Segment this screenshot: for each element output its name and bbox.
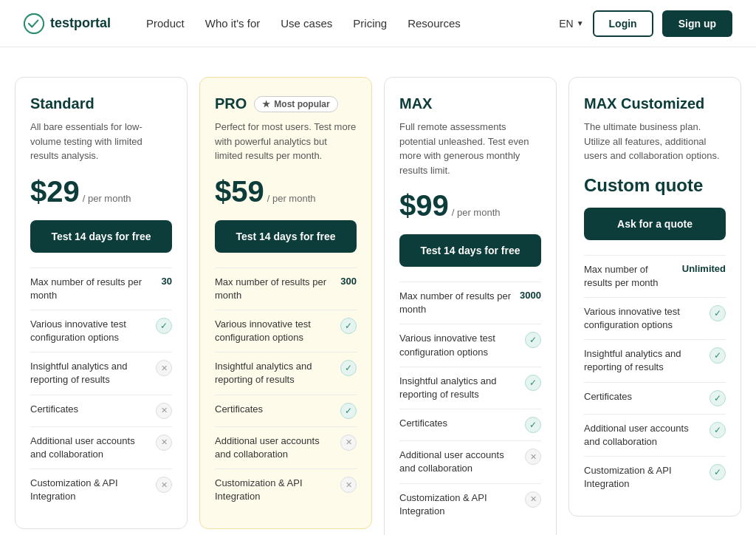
feature-label: Max number of results per month [584,263,676,290]
nav-who[interactable]: Who it's for [205,17,261,30]
plan-name-row-max-customized: MAX Customized [584,95,726,112]
login-button[interactable]: Login [593,10,653,37]
check-icon: ✓ [340,318,357,334]
check-icon: ✓ [525,332,541,348]
cross-icon: ✕ [156,477,172,493]
feature-row: Various innovative test configuration op… [215,310,357,352]
cross-icon: ✕ [156,360,172,376]
navbar: testportal Product Who it's for Use case… [0,0,756,47]
price-period-standard: / per month [83,193,131,204]
logo[interactable]: testportal [24,13,111,34]
plan-header-standard: StandardAll bare essentials for low-volu… [30,95,172,163]
feature-label: Insightful analytics and reporting of re… [215,360,334,386]
custom-quote-max-customized: Custom quote [584,175,726,196]
lang-selector[interactable]: EN ▼ [559,18,583,30]
feature-label: Customization & API Integration [215,477,334,503]
lang-label: EN [559,18,573,30]
feature-label: Max number of results per month [215,276,330,302]
feature-row: Max number of results per month30 [30,268,172,310]
feature-row: Insightful analytics and reporting of re… [215,352,357,394]
feature-label: Insightful analytics and reporting of re… [399,375,519,401]
feature-row: Customization & API Integration✕ [215,468,357,511]
chevron-down-icon: ▼ [577,19,584,27]
cta-button-max[interactable]: Test 14 days for free [399,234,541,267]
logo-icon [24,13,44,34]
feature-label: Various innovative test configuration op… [584,305,704,332]
feature-label: Additional user accounts and collaborati… [584,422,704,449]
cta-button-max-customized[interactable]: Ask for a quote [584,208,726,240]
plan-card-standard: StandardAll bare essentials for low-volu… [15,77,188,529]
feature-row: Certificates✓ [215,395,357,426]
feature-row: Customization & API Integration✕ [30,468,172,511]
cross-icon: ✕ [156,403,172,419]
feature-label: Additional user accounts and collaborati… [399,449,519,475]
cross-icon: ✕ [156,435,172,451]
check-icon: ✓ [709,305,726,321]
feature-row: Max number of results per monthUnlimited [584,255,726,297]
plan-name-max-customized: MAX Customized [584,95,704,112]
cta-button-pro[interactable]: Test 14 days for free [215,220,357,253]
nav-resources[interactable]: Resources [408,17,461,30]
check-icon: ✓ [156,318,172,334]
features-list-max: Max number of results per month3000Vario… [399,282,541,525]
price-period-max: / per month [452,207,501,218]
check-icon: ✓ [709,390,726,406]
feature-row: Max number of results per month3000 [399,282,541,324]
signup-button[interactable]: Sign up [662,10,732,37]
feature-row: Customization & API Integration✓ [584,456,726,498]
nav-links: Product Who it's for Use cases Pricing R… [146,17,535,30]
feature-label: Insightful analytics and reporting of re… [30,360,150,386]
price-amount-standard: $29 [30,175,80,208]
nav-usecases[interactable]: Use cases [281,17,332,30]
main-content: StandardAll bare essentials for low-volu… [0,47,756,535]
check-icon: ✓ [709,422,726,438]
feature-label: Max number of results per month [30,276,145,302]
plan-name-standard: Standard [30,95,94,112]
price-amount-max: $99 [399,189,449,222]
plan-price-pro: $59/ per month [215,175,357,208]
logo-text: testportal [50,16,111,31]
plan-price-max: $99/ per month [399,189,541,222]
feature-row: Additional user accounts and collaborati… [215,426,357,468]
plan-name-max: MAX [399,95,432,112]
check-icon: ✓ [525,375,541,391]
plan-price-max-customized: Custom quote [584,175,726,196]
feature-label: Customization & API Integration [30,477,150,503]
plan-name-row-standard: Standard [30,95,172,112]
plan-price-standard: $29/ per month [30,175,172,208]
cross-icon: ✕ [340,435,357,451]
check-icon: ✓ [525,417,541,433]
features-list-pro: Max number of results per month300Variou… [215,268,357,511]
feature-label: Max number of results per month [399,290,514,316]
plan-name-pro: PRO [215,95,247,112]
feature-row: Customization & API Integration✕ [399,483,541,525]
feature-row: Max number of results per month300 [215,268,357,310]
feature-label: Certificates [215,403,334,416]
feature-label: Customization & API Integration [584,464,704,491]
star-icon: ★ [262,99,270,109]
most-popular-badge: ★ Most popular [254,96,337,112]
feature-row: Insightful analytics and reporting of re… [30,352,172,394]
plan-header-pro: PRO ★ Most popular Perfect for most user… [215,95,357,163]
nav-actions: EN ▼ Login Sign up [559,10,732,37]
feature-label: Certificates [30,403,150,416]
check-icon: ✓ [340,403,357,419]
nav-product[interactable]: Product [146,17,185,30]
cta-button-standard[interactable]: Test 14 days for free [30,220,172,253]
feature-label: Various innovative test configuration op… [30,318,150,344]
plan-header-max-customized: MAX CustomizedThe ultimate business plan… [584,95,726,163]
plan-name-row-pro: PRO ★ Most popular [215,95,357,112]
price-amount-pro: $59 [215,175,264,208]
plan-card-max: MAXFull remote assessments potential unl… [384,77,557,535]
feature-row: Additional user accounts and collaborati… [584,414,726,456]
nav-pricing[interactable]: Pricing [353,17,387,30]
feature-value: 30 [151,276,172,287]
plan-card-pro: PRO ★ Most popular Perfect for most user… [199,77,372,529]
feature-row: Certificates✕ [30,395,172,426]
feature-row: Insightful analytics and reporting of re… [584,339,726,381]
plan-card-max-customized: MAX CustomizedThe ultimate business plan… [568,77,741,517]
cross-icon: ✕ [525,449,541,465]
feature-label: Customization & API Integration [399,491,519,518]
plan-desc-standard: All bare essentials for low-volume testi… [30,120,172,163]
feature-row: Various innovative test configuration op… [30,310,172,352]
